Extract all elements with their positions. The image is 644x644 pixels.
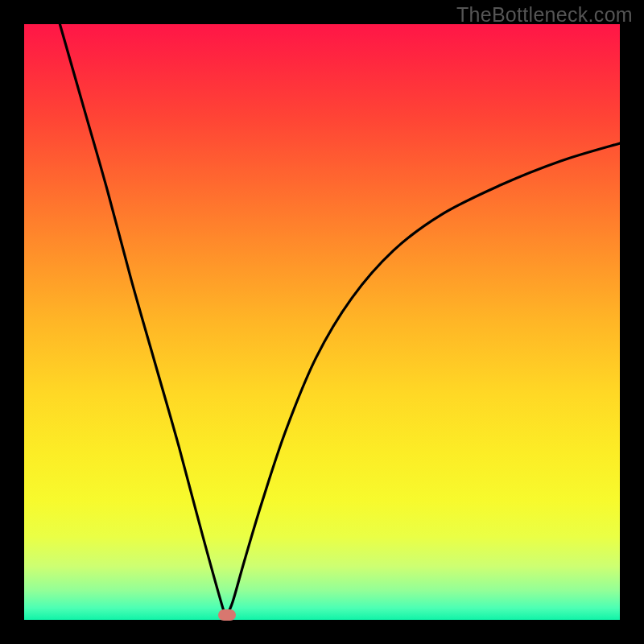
chart-container: TheBottleneck.com: [0, 0, 644, 644]
curve-left-branch: [60, 24, 226, 618]
minimum-marker: [218, 609, 236, 621]
curve-svg: [24, 24, 620, 620]
curve-right-branch: [227, 143, 620, 615]
plot-area: [24, 24, 620, 620]
watermark-text: TheBottleneck.com: [456, 3, 633, 27]
